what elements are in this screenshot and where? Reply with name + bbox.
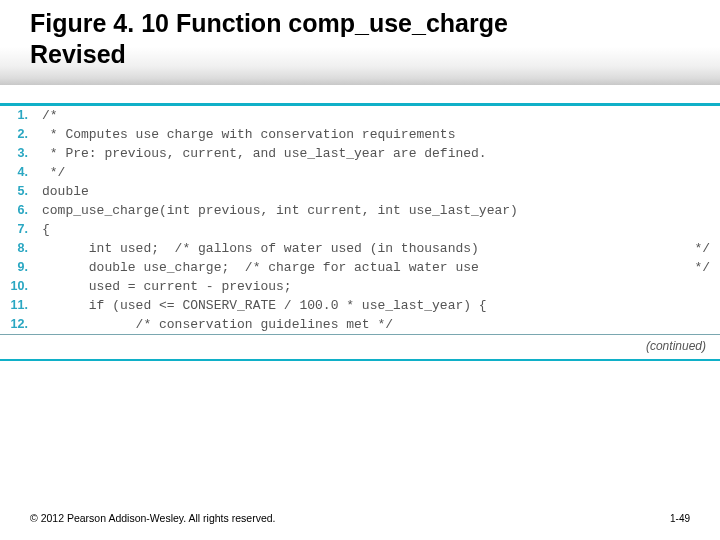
code-text: double use_charge; /* charge for actual …: [36, 258, 720, 277]
line-number: 1.: [0, 106, 36, 125]
code-line: 5.double: [0, 182, 720, 201]
code-line: 2. * Computes use charge with conservati…: [0, 125, 720, 144]
code-text: int used; /* gallons of water used (in t…: [36, 239, 720, 258]
code-text: * Pre: previous, current, and use_last_y…: [36, 144, 720, 163]
title-line-1: Figure 4. 10 Function comp_use_charge: [30, 9, 508, 37]
line-number: 3.: [0, 144, 36, 163]
code-line: 8. int used; /* gallons of water used (i…: [0, 239, 720, 258]
slide-header: Figure 4. 10 Function comp_use_charge Re…: [0, 0, 720, 85]
code-left: int used; /* gallons of water used (in t…: [42, 241, 479, 256]
code-line: 11. if (used <= CONSERV_RATE / 100.0 * u…: [0, 296, 720, 315]
code-left: double use_charge; /* charge for actual …: [42, 260, 479, 275]
code-text: if (used <= CONSERV_RATE / 100.0 * use_l…: [36, 296, 720, 315]
code-text: */: [36, 163, 720, 182]
code-table: 1./* 2. * Computes use charge with conse…: [0, 106, 720, 334]
code-listing: 1./* 2. * Computes use charge with conse…: [0, 103, 720, 361]
line-number: 7.: [0, 220, 36, 239]
continued-label: (continued): [0, 334, 720, 361]
code-right-comment: */: [694, 241, 710, 256]
line-number: 5.: [0, 182, 36, 201]
code-line: 3. * Pre: previous, current, and use_las…: [0, 144, 720, 163]
code-line: 1./*: [0, 106, 720, 125]
line-number: 8.: [0, 239, 36, 258]
code-text: * Computes use charge with conservation …: [36, 125, 720, 144]
line-number: 10.: [0, 277, 36, 296]
code-line: 7.{: [0, 220, 720, 239]
code-text: double: [36, 182, 720, 201]
code-text: /* conservation guidelines met */: [36, 315, 720, 334]
page-number: 1-49: [670, 513, 690, 524]
copyright-text: © 2012 Pearson Addison-Wesley. All right…: [30, 512, 275, 524]
code-text: {: [36, 220, 720, 239]
code-line: 4. */: [0, 163, 720, 182]
footer: © 2012 Pearson Addison-Wesley. All right…: [30, 512, 690, 524]
code-line: 9. double use_charge; /* charge for actu…: [0, 258, 720, 277]
code-text: comp_use_charge(int previous, int curren…: [36, 201, 720, 220]
figure-title: Figure 4. 10 Function comp_use_charge Re…: [30, 8, 690, 71]
code-text: used = current - previous;: [36, 277, 720, 296]
line-number: 2.: [0, 125, 36, 144]
code-line: 6.comp_use_charge(int previous, int curr…: [0, 201, 720, 220]
line-number: 12.: [0, 315, 36, 334]
line-number: 6.: [0, 201, 36, 220]
line-number: 9.: [0, 258, 36, 277]
slide: Figure 4. 10 Function comp_use_charge Re…: [0, 0, 720, 540]
code-right-comment: */: [694, 260, 710, 275]
line-number: 4.: [0, 163, 36, 182]
code-text: /*: [36, 106, 720, 125]
code-line: 10. used = current - previous;: [0, 277, 720, 296]
line-number: 11.: [0, 296, 36, 315]
code-line: 12. /* conservation guidelines met */: [0, 315, 720, 334]
title-line-2: Revised: [30, 40, 126, 68]
